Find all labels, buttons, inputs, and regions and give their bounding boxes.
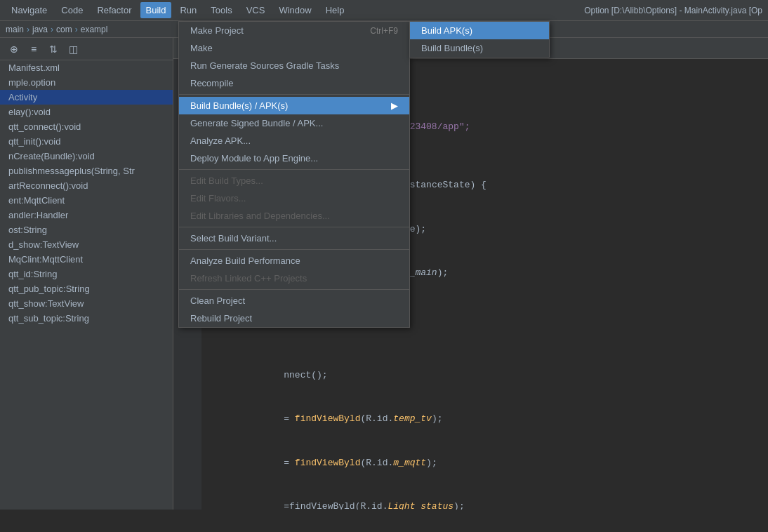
code-line-upper5: reate(savedInstanceState); <box>207 208 762 251</box>
toolbar-btn-sort[interactable]: ⇅ <box>45 41 62 58</box>
sidebar-item-activity[interactable]: Activity <box>0 90 173 105</box>
tab-androidmanifest[interactable]: A AndroidManifest.xml ✕ <box>220 41 333 56</box>
sidebar-item-mqttshow[interactable]: qtt_show:TextView <box>0 296 173 311</box>
menubar-navigate[interactable]: Navigate <box>6 2 53 18</box>
menubar-code[interactable]: Code <box>55 2 88 18</box>
toolbar-btn-add[interactable]: ⊕ <box>6 41 22 58</box>
code-body[interactable]: = "2004423408/stm32"; g mqtt_pub_topic =… <box>201 59 768 510</box>
code-line-upper9: nnect(); <box>207 354 762 397</box>
sidebar-item-mqclint[interactable]: MqClint:MqttClient <box>0 252 173 267</box>
sidebar-item-option[interactable]: mple.option <box>0 75 173 90</box>
tab-activitymain[interactable]: ▦ activity_main.xml ✕ <box>334 41 436 56</box>
sidebar-item-dshow[interactable]: d_show:TextView <box>0 237 173 252</box>
code-line-upper8 <box>207 339 762 354</box>
sidebar-toolbar: ⊕ ≡ ⇅ ◫ <box>0 38 173 60</box>
tab-activitymain-close[interactable]: ✕ <box>422 44 428 52</box>
sidebar-item-mqttconnect[interactable]: qtt_connect():void <box>0 119 173 134</box>
breadcrumb-java[interactable]: java <box>32 25 48 34</box>
menubar-refactor[interactable]: Refactor <box>91 2 137 18</box>
sidebar-item-publishmessage[interactable]: publishmessageplus(String, Str <box>0 164 173 178</box>
breadcrumb-com[interactable]: com <box>56 25 72 34</box>
sidebar-item-mqttpubtopic[interactable]: qtt_pub_topic:String <box>0 281 173 296</box>
tab-androidmanifest-close[interactable]: ✕ <box>319 44 324 52</box>
menubar-build[interactable]: Build <box>140 2 172 18</box>
code-line-upper3 <box>207 149 762 164</box>
sidebar-item-delay[interactable]: elay():void <box>0 105 173 119</box>
sidebar-item-host[interactable]: ost:String <box>0 222 173 237</box>
code-line-upper6: tView(R.layout.activity_main); <box>207 251 762 295</box>
sidebar-item-mqttid[interactable]: qtt_id:String <box>0 267 173 281</box>
sidebar-item-reconnect[interactable]: artReconnect():void <box>0 178 173 193</box>
tab-activitymain-label: activity_main.xml <box>354 44 418 53</box>
breadcrumb: main › java › com › exampl <box>0 21 768 38</box>
menubar-vcs[interactable]: VCS <box>241 2 271 18</box>
sidebar-item-handler[interactable]: andler:Handler <box>0 208 173 222</box>
editor-content[interactable]: 00 00 00 00 00 00 00 00 00 00 00 00 54 5… <box>173 59 768 510</box>
sidebar-item-mqttsubtopic[interactable]: qtt_sub_topic:String <box>0 311 173 326</box>
androidmanifest-icon: A <box>229 44 234 53</box>
activitymain-icon: ▦ <box>343 44 350 53</box>
breadcrumb-main[interactable]: main <box>6 25 24 34</box>
sidebar-item-manifest[interactable]: Manifest.xml <box>0 60 173 75</box>
menubar-tools[interactable]: Tools <box>205 2 237 18</box>
editor-area: b_topic A AndroidManifest.xml ✕ ▦ activi… <box>173 38 768 510</box>
code-line-upper1: = "2004423408/stm32"; <box>207 62 762 105</box>
sidebar: ⊕ ≡ ⇅ ◫ Manifest.xml mple.option Activit… <box>0 38 173 510</box>
menubar-help[interactable]: Help <box>320 2 350 18</box>
code-line-upper12: =findViewByld(R.id.Light_status); <box>207 485 762 510</box>
code-line-upper4: d onCreate(Bundle savedInstanceState) { <box>207 164 762 208</box>
toolbar-btn-list[interactable]: ≡ <box>25 41 42 58</box>
toolbar-btn-toggle[interactable]: ◫ <box>65 41 81 58</box>
code-line-upper11: = findViewByld(R.id.m_mqtt); <box>207 441 762 485</box>
sidebar-item-mqttinit[interactable]: qtt_init():void <box>0 134 173 149</box>
menubar-run[interactable]: Run <box>174 2 202 18</box>
sidebar-item-mqttclient[interactable]: ent:MqttClient <box>0 193 173 208</box>
window-title: Option [D:\Alibb\Options] - MainActivity… <box>584 6 762 15</box>
topic-bar: b_topic <box>173 38 220 58</box>
tab-androidmanifest-label: AndroidManifest.xml <box>238 44 315 53</box>
menubar-window[interactable]: Window <box>273 2 317 18</box>
line-numbers: 00 00 00 00 00 00 00 00 00 00 00 00 54 5… <box>173 59 201 510</box>
code-line-upper2: g mqtt_pub_topic = "2004423408/app"; <box>207 105 762 149</box>
breadcrumb-exampl[interactable]: exampl <box>81 25 108 34</box>
code-line-upper10: = findViewByld(R.id.temp_tv); <box>207 397 762 441</box>
code-line-upper7: (); <box>207 295 762 339</box>
menubar: Navigate Code Refactor Build Run Tools V… <box>0 0 768 21</box>
main-layout: ⊕ ≡ ⇅ ◫ Manifest.xml mple.option Activit… <box>0 38 768 510</box>
sidebar-item-oncreate[interactable]: nCreate(Bundle):void <box>0 149 173 164</box>
